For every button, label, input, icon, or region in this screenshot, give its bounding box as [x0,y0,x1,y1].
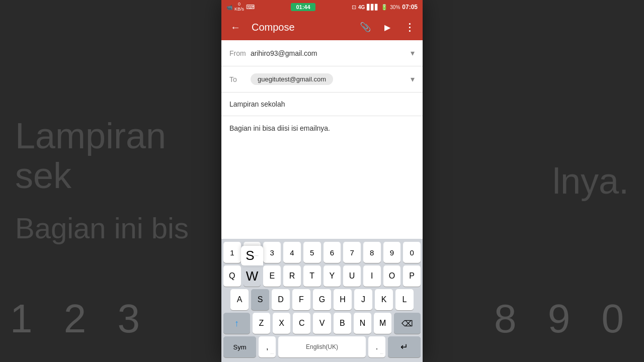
key-h[interactable]: H [334,289,352,310]
keyboard: 1 2 3 4 5 6 7 8 9 0 Q S··· W E R T Y U I… [221,239,423,362]
key-f[interactable]: F [292,289,310,310]
from-label: From [229,49,251,57]
key-k[interactable]: K [375,289,393,310]
clock: 07:05 [402,4,418,11]
key-b[interactable]: B [334,313,351,334]
key-m[interactable]: M [374,313,391,334]
status-left: 📹 0KB/s ⌨ [226,2,255,12]
to-chevron-icon: ▾ [411,74,415,84]
bg-left-text2: Bagian ini bis [15,211,206,246]
to-chip: guegitutest@gmail.com [251,73,333,85]
key-a[interactable]: A [230,289,249,310]
send-button[interactable]: ▶ [380,20,394,34]
key-5[interactable]: 5 [303,242,321,263]
background-left: Lampiran sek Bagian ini bis 1 2 3 [0,0,221,362]
key-s-popup: S··· [241,246,263,265]
keyboard-row-bottom: Sym ,··· English(UK) .··· ↵ [223,336,421,357]
shift-button[interactable]: ↑ [223,313,250,334]
battery-icon: 🔋 [381,4,388,11]
keyboard-row-zxcv: ↑ Z X C V B N M ⌫ [223,313,421,334]
to-value: guegitutest@gmail.com [251,73,407,85]
key-e[interactable]: E [263,265,281,287]
comma-key[interactable]: ,··· [259,336,276,357]
keyboard-row-qwerty: Q S··· W E R T Y U I O P [223,265,421,287]
signal-4g: 4G [358,5,365,10]
key-d[interactable]: D [272,289,290,310]
attach-icon: 📎 [360,22,371,33]
key-8[interactable]: 8 [363,242,381,263]
key-6[interactable]: 6 [324,242,341,263]
key-l[interactable]: L [395,289,414,310]
key-7[interactable]: 7 [343,242,361,263]
timer-badge: 01:44 [291,3,315,11]
space-button[interactable]: English(UK) [278,336,366,357]
key-s[interactable]: S [251,289,269,310]
send-icon: ▶ [384,23,390,32]
delete-button[interactable]: ⌫ [394,313,421,334]
key-u[interactable]: U [343,265,361,287]
from-value: arihiro93@gmail.com [251,49,407,57]
from-chevron-icon: ▾ [411,48,415,58]
body-text: Bagian ini bisa diisi isi emailnya. [229,124,330,132]
period-key[interactable]: .··· [368,336,385,357]
key-i[interactable]: I [363,265,381,287]
signal-bars: ▋▋▋ [367,4,379,11]
bg-right-nums: 8 9 0 [494,296,634,342]
key-n[interactable]: N [354,313,371,334]
key-0[interactable]: 0 [403,242,421,263]
key-r[interactable]: R [283,265,301,287]
cast-icon: ⊡ [352,4,356,11]
key-3[interactable]: 3 [263,242,281,263]
key-4[interactable]: 4 [283,242,301,263]
background-right: lnya. 8 9 0 [423,0,644,362]
key-9[interactable]: 9 [383,242,401,263]
status-right: ⊡ 4G ▋▋▋ 🔋 30% 07:05 [352,4,418,11]
subject-text: Lampiran sekolah [229,100,285,108]
key-z[interactable]: Z [253,313,270,334]
attach-button[interactable]: 📎 [358,20,372,34]
battery-percent: 30% [390,5,400,10]
status-bar: 📹 0KB/s ⌨ 01:44 ⊡ 4G ▋▋▋ 🔋 30% 07:05 [221,0,423,14]
key-w-active[interactable]: S··· W [244,265,261,287]
key-1[interactable]: 1 [223,242,241,263]
bg-left-nums: 1 2 3 [10,296,150,342]
key-x[interactable]: X [273,313,290,334]
enter-button[interactable]: ↵ [388,336,421,357]
to-field-row[interactable]: To guegitutest@gmail.com ▾ [221,66,423,93]
more-icon: ⋮ [405,21,415,33]
key-c[interactable]: C [293,313,310,334]
from-field-row[interactable]: From arihiro93@gmail.com ▾ [221,40,423,66]
to-label: To [229,75,251,83]
bg-left-text1: Lampiran sek [15,116,206,196]
key-p[interactable]: P [403,265,421,287]
subject-row[interactable]: Lampiran sekolah [221,93,423,116]
keyboard-icon: ⌨ [246,4,255,11]
back-button[interactable]: ← [227,19,244,35]
video-icon: 📹 [226,5,232,10]
phone-frame: 📹 0KB/s ⌨ 01:44 ⊡ 4G ▋▋▋ 🔋 30% 07:05 ← C… [221,0,423,362]
kb-label: 0KB/s [234,2,244,12]
toolbar-title: Compose [252,22,358,33]
toolbar: ← Compose 📎 ▶ ⋮ [221,14,423,40]
key-q[interactable]: Q [223,265,241,287]
key-v[interactable]: V [313,313,331,334]
key-y[interactable]: Y [324,265,341,287]
bg-right-text: lnya. [438,159,629,203]
key-j[interactable]: J [354,289,372,310]
compose-form: From arihiro93@gmail.com ▾ To guegitutes… [221,40,423,239]
toolbar-actions: 📎 ▶ ⋮ [358,20,417,34]
key-o[interactable]: O [383,265,401,287]
sym-button[interactable]: Sym [223,336,256,357]
body-row[interactable]: Bagian ini bisa diisi isi emailnya. [221,116,423,239]
key-t[interactable]: T [303,265,321,287]
back-icon: ← [230,22,240,33]
keyboard-row-asdf: A S D F G H J K L [223,289,421,310]
more-button[interactable]: ⋮ [403,20,417,34]
key-g[interactable]: G [313,289,331,310]
